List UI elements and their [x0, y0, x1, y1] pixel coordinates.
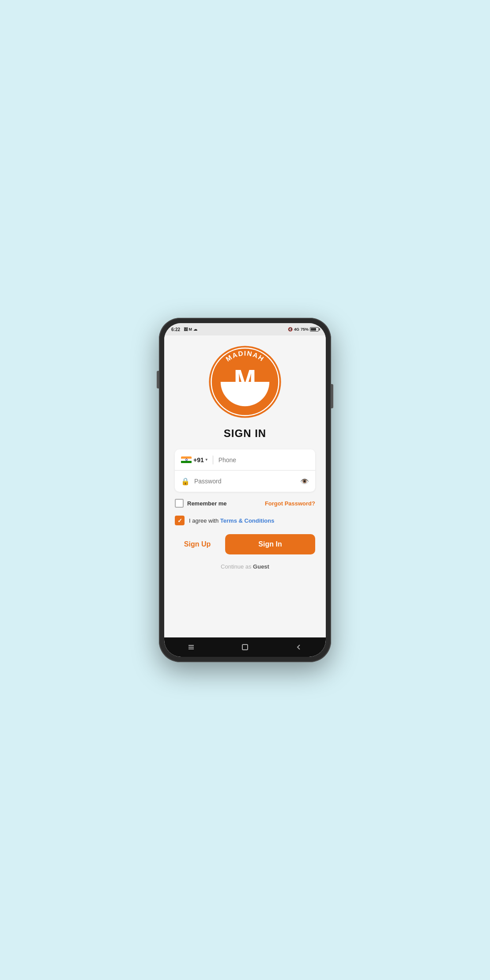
eye-off-icon[interactable]: 👁️	[300, 477, 309, 486]
status-icons: 🖼 M ☁	[184, 327, 197, 332]
remember-me-container: Remember me	[175, 499, 227, 508]
options-row: Remember me Forgot Password?	[175, 499, 315, 508]
logo-svg: M MADINAH MART	[207, 344, 283, 419]
status-left: 6:22 🖼 M ☁	[171, 327, 197, 332]
phone-row: +91 ▼	[175, 449, 315, 471]
status-time: 6:22	[171, 327, 180, 332]
logo-container: M MADINAH MART	[207, 344, 283, 419]
battery-fill	[311, 328, 316, 331]
form-container: +91 ▼ 🔒 👁️	[175, 449, 315, 492]
dropdown-arrow-icon[interactable]: ▼	[205, 458, 208, 462]
status-right: 🔇 4G 75%	[288, 327, 319, 332]
phone-divider	[213, 456, 213, 464]
phone-screen: 6:22 🖼 M ☁ 🔇 4G 75%	[164, 323, 326, 657]
remember-me-checkbox[interactable]	[175, 499, 184, 508]
guest-row[interactable]: Continue as Guest	[221, 563, 269, 570]
battery-text: 75%	[301, 327, 309, 332]
svg-rect-9	[242, 645, 248, 650]
page-title: SIGN IN	[224, 427, 266, 440]
screen-content: M MADINAH MART SIGN IN	[164, 335, 326, 637]
password-row: 🔒 👁️	[175, 471, 315, 492]
terms-text: I agree with Terms & Conditions	[189, 517, 274, 524]
svg-text:M: M	[234, 364, 256, 394]
remember-me-label: Remember me	[187, 500, 227, 507]
mute-icon: 🔇	[288, 327, 293, 332]
home-nav-icon[interactable]	[241, 643, 249, 651]
back-nav-icon[interactable]	[295, 643, 303, 651]
signin-button[interactable]: Sign In	[225, 534, 315, 554]
buttons-row: Sign Up Sign In	[175, 534, 315, 554]
terms-link[interactable]: Terms & Conditions	[220, 517, 275, 524]
country-code: +91	[193, 456, 204, 464]
nav-bar	[164, 637, 326, 657]
india-flag	[181, 456, 192, 464]
phone-frame: 6:22 🖼 M ☁ 🔇 4G 75%	[159, 318, 331, 662]
guest-bold: Guest	[253, 563, 269, 570]
status-bar: 6:22 🖼 M ☁ 🔇 4G 75%	[164, 323, 326, 335]
terms-row: ✓ I agree with Terms & Conditions	[175, 516, 315, 525]
battery-icon	[310, 327, 319, 332]
signal-text: 4G	[294, 327, 299, 332]
lock-icon: 🔒	[181, 477, 190, 486]
checkmark-icon: ✓	[177, 517, 182, 524]
forgot-password-link[interactable]: Forgot Password?	[265, 500, 315, 507]
phone-input[interactable]	[219, 456, 309, 464]
recents-nav-icon[interactable]	[187, 643, 195, 651]
password-input[interactable]	[194, 478, 300, 485]
terms-checkbox[interactable]: ✓	[175, 516, 185, 525]
signup-button[interactable]: Sign Up	[175, 534, 220, 554]
